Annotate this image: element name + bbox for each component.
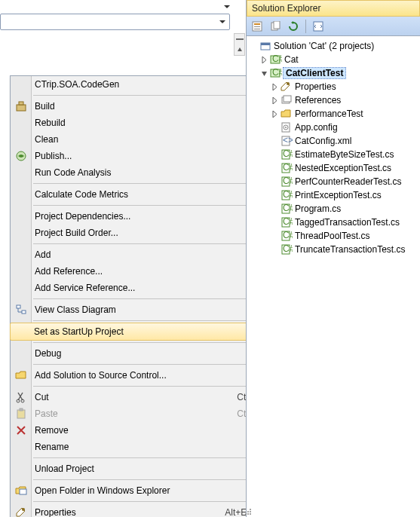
menu-item-calculate-code-metrics[interactable]: Calculate Code Metrics [11,186,273,203]
csproj-icon: C# [269,54,283,65]
menu-item-project-dependencies[interactable]: Project Dependencies... [11,208,273,225]
tree-node-cat[interactable]: C#Cat [248,53,418,66]
refresh-icon[interactable] [286,19,301,34]
svg-rect-27 [284,96,291,102]
tree-expander[interactable] [259,70,269,77]
tree-node-catclienttest[interactable]: C#CatClientTest [248,66,418,80]
tree-node-truncatetransactiontest-cs[interactable]: C#TruncateTransactionTest.cs [248,243,418,256]
tree-node-properties[interactable]: Properties [248,80,418,93]
menu-item-add[interactable]: Add [11,246,273,263]
menu-item-label: View Class Diagram [35,304,116,315]
solution-tree: Solution 'Cat' (2 projects) C#CatC#CatCl… [247,36,420,259]
svg-rect-2 [19,102,23,105]
menu-item-ctrip-soa-codegen[interactable]: CTrip.SOA.CodeGen [11,76,273,93]
tree-node-printexceptiontest-cs[interactable]: C#PrintExceptionTest.cs [248,188,418,202]
menu-separator [33,205,271,206]
svg-rect-1 [17,105,26,111]
menu-item-debug[interactable]: Debug [11,345,273,362]
tree-node-program-cs[interactable]: C#Program.cs [248,202,418,216]
menu-item-label: Build [35,101,55,112]
menu-item-publish[interactable]: Publish... [11,148,273,164]
svg-point-51 [250,511,251,512]
menu-item-add-reference[interactable]: Add Reference... [11,263,273,280]
menu-item-open-folder-in-windows-explorer[interactable]: Open Folder in Windows Explorer [11,482,273,499]
menu-item-label: Properties [35,507,76,517]
menu-item-project-build-order[interactable]: Project Build Order... [11,225,273,241]
svg-text:C#: C# [283,231,293,240]
tree-node-label: Properties [293,81,338,92]
scroll-up-icon [235,44,244,55]
menu-item-label: Rebuild [35,118,66,128]
config-icon [280,122,293,133]
toolbar-separator [305,20,306,33]
tree-node-taggedtransactiontest-cs[interactable]: C#TaggedTransactionTest.cs [248,216,418,229]
cs-icon: C# [280,217,293,228]
menu-item-rebuild[interactable]: Rebuild [11,115,273,131]
tree-node-label: References [293,95,342,106]
menu-item-run-code-analysis[interactable]: Run Code Analysis [11,164,273,181]
paste-icon [14,406,29,421]
tree-node-references[interactable]: References [248,93,418,107]
tree-expander[interactable] [269,97,280,104]
menu-item-label: Publish... [35,151,72,161]
xml-icon: <> [280,136,293,146]
menu-item-label: Set as StartUp Project [34,326,124,337]
tree-node-label: CatClientTest [283,67,346,79]
menu-separator [33,243,271,244]
menu-item-set-as-startup-project[interactable]: Set as StartUp Project [10,323,274,341]
folder-open-icon [14,368,29,383]
cs-icon: C# [280,149,293,160]
tree-node-catconfig-xml[interactable]: <>CatConfig.xml [248,134,418,148]
resize-grip-icon[interactable] [244,508,252,515]
menu-item-rename[interactable]: Rename [11,439,273,455]
code-view-icon[interactable] [311,19,326,34]
tree-node-threadpooltest-cs[interactable]: C#ThreadPoolTest.cs [248,229,418,243]
menu-item-label: Add Solution to Source Control... [35,370,167,381]
menu-separator [33,95,271,96]
solution-root-label: Solution 'Cat' (2 projects) [272,41,376,51]
cs-icon: C# [280,176,293,187]
tree-expander[interactable] [269,111,280,118]
menu-item-clean[interactable]: Clean [11,131,273,148]
remove-icon [14,423,29,438]
tree-node-label: Program.cs [293,203,342,214]
tab-overflow-button[interactable] [223,3,234,12]
show-all-files-icon[interactable] [268,19,283,34]
project-context-menu: CTrip.SOA.CodeGenBuildRebuildCleanPublis… [10,75,274,517]
menu-item-add-solution-to-source-control[interactable]: Add Solution to Source Control... [11,367,273,384]
menu-item-view-class-diagram[interactable]: View Class Diagram [11,301,273,318]
tree-node-performancetest[interactable]: PerformanceTest [248,107,418,121]
solution-root-node[interactable]: Solution 'Cat' (2 projects) [248,39,418,53]
menu-item-label: Add Reference... [35,266,103,277]
menu-separator [33,342,271,343]
menu-item-label: Project Build Order... [35,228,118,238]
tree-expander[interactable] [259,57,269,63]
menu-item-label: Cut [35,392,49,402]
tree-node-nestedexceptiontest-cs[interactable]: C#NestedExceptionTest.cs [248,161,418,175]
tree-node-estimatebytesizetest-cs[interactable]: C#EstimateByteSizeTest.cs [248,148,418,161]
menu-item-cut[interactable]: CutCtrl+X [11,389,273,405]
properties-icon[interactable] [250,19,265,34]
tree-node-app-config[interactable]: App.config [248,121,418,134]
menu-item-label: Add Service Reference... [35,283,135,293]
menu-item-unload-project[interactable]: Unload Project [11,460,273,477]
menu-item-label: Debug [35,348,61,359]
tree-node-label: PrintExceptionTest.cs [293,190,383,200]
svg-rect-9 [20,408,23,411]
tree-node-label: EstimateByteSizeTest.cs [293,149,395,160]
tree-node-perfcounterreadertest-cs[interactable]: C#PerfCounterReaderTest.cs [248,175,418,188]
menu-item-remove[interactable]: RemoveDel [11,422,273,439]
svg-rect-20 [261,43,270,45]
cut-icon [14,390,29,405]
menu-item-add-service-reference[interactable]: Add Service Reference... [11,280,273,296]
svg-rect-5 [22,311,26,314]
solution-explorer-title[interactable]: Solution Explorer [247,0,420,17]
vertical-scrollbar[interactable] [234,33,245,56]
svg-rect-13 [254,23,260,25]
tree-expander[interactable] [269,84,280,90]
menu-item-build[interactable]: Build [11,98,273,115]
menu-item-properties[interactable]: PropertiesAlt+Enter [11,504,273,517]
menu-item-label: Project Dependencies... [35,211,130,222]
editor-nav-dropdown[interactable] [0,14,230,30]
menu-separator [33,320,271,321]
